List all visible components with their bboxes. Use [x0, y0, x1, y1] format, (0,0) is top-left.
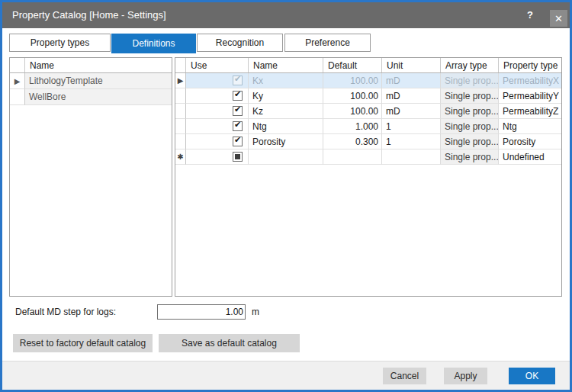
md-step-input[interactable] [157, 304, 246, 320]
help-icon[interactable]: ? [527, 2, 533, 28]
name-column-header: Name [25, 58, 172, 72]
list-item-label[interactable]: WellBore [25, 89, 172, 105]
property-type-cell[interactable]: PermeabilityX [499, 73, 561, 88]
new-table-row[interactable]: ✱ Single prop... Undefined [175, 149, 561, 165]
use-checkbox[interactable] [233, 152, 243, 162]
default-column-header: Default [323, 58, 382, 72]
default-cell[interactable]: 100.00 [323, 104, 382, 119]
use-cell[interactable] [186, 73, 249, 88]
use-cell[interactable] [186, 119, 249, 134]
array-type-column-header: Array type [441, 58, 499, 72]
md-step-unit-label: m [252, 304, 259, 320]
name-cell[interactable]: Porosity [249, 134, 323, 149]
close-icon[interactable]: ✕ [550, 10, 567, 27]
name-cell[interactable] [249, 149, 323, 165]
table-row[interactable]: Kz 100.00 mD Single prop... Permeability… [175, 104, 561, 119]
array-type-cell: Single prop... [441, 104, 499, 119]
titlebar: Property Catalog [Home - Settings] ? ✕ [2, 2, 570, 28]
unit-cell[interactable]: 1 [382, 134, 441, 149]
new-row-asterisk-icon: ✱ [175, 149, 186, 165]
md-step-label: Default MD step for logs: [15, 304, 116, 320]
property-type-cell[interactable]: PermeabilityZ [499, 104, 561, 119]
ok-button[interactable]: OK [509, 368, 555, 384]
table-row[interactable]: Ky 100.00 mD Single prop... Permeability… [175, 88, 561, 104]
unit-cell[interactable]: 1 [382, 119, 441, 134]
row-indicator [10, 89, 25, 105]
row-indicator [175, 104, 186, 119]
use-cell[interactable] [186, 104, 249, 119]
array-type-cell: Single prop... [441, 134, 499, 149]
cancel-button[interactable]: Cancel [383, 368, 426, 384]
use-checkbox[interactable] [233, 121, 243, 131]
name-cell[interactable]: Ntg [249, 119, 323, 134]
use-checkbox[interactable] [233, 91, 243, 101]
array-type-cell: Single prop... [441, 88, 499, 104]
name-cell[interactable]: Kz [249, 104, 323, 119]
property-type-cell[interactable]: Porosity [499, 134, 561, 149]
window-title: Property Catalog [Home - Settings] [12, 2, 166, 28]
default-cell[interactable]: 100.00 [323, 88, 382, 104]
unit-cell[interactable]: mD [382, 73, 441, 88]
default-cell[interactable]: 1.000 [323, 119, 382, 134]
unit-cell[interactable]: mD [382, 88, 441, 104]
use-column-header: Use [186, 58, 249, 72]
current-row-arrow-icon: ▶ [10, 73, 25, 89]
name-cell[interactable]: Kx [249, 73, 323, 88]
property-type-column-header: Property type [499, 58, 561, 72]
dialog-footer: Cancel Apply OK [2, 361, 570, 390]
tab-definitions[interactable]: Definitions [111, 34, 196, 53]
default-cell[interactable]: 0.300 [323, 134, 382, 149]
use-checkbox[interactable] [233, 76, 243, 85]
use-checkbox[interactable] [233, 106, 243, 116]
list-item[interactable]: WellBore [10, 89, 172, 105]
tab-property-types[interactable]: Property types [9, 34, 111, 52]
current-row-arrow-icon: ▶ [175, 73, 186, 88]
array-type-cell: Single prop... [441, 149, 499, 165]
list-item[interactable]: ▶ LithologyTemplate [10, 73, 172, 89]
property-type-cell[interactable]: Ntg [499, 119, 561, 134]
list-item-label[interactable]: LithologyTemplate [25, 73, 172, 89]
unit-cell[interactable] [382, 149, 441, 165]
definitions-grid: Use Name Default Unit Array type Propert… [175, 57, 562, 297]
template-list-header: Name [10, 58, 172, 73]
row-indicator-header [10, 58, 25, 72]
property-catalog-dialog: Property Catalog [Home - Settings] ? ✕ P… [0, 0, 572, 392]
use-cell[interactable] [186, 134, 249, 149]
use-cell[interactable] [186, 149, 249, 165]
table-row[interactable]: Porosity 0.300 1 Single prop... Porosity [175, 134, 561, 149]
row-indicator [175, 134, 186, 149]
table-row[interactable]: ▶ Kx 100.00 mD Single prop... Permeabili… [175, 73, 561, 88]
default-cell[interactable] [323, 149, 382, 165]
save-default-catalog-button[interactable]: Save as default catalog [159, 334, 300, 352]
tab-recognition[interactable]: Recognition [197, 34, 283, 52]
array-type-cell: Single prop... [441, 73, 499, 88]
table-row[interactable]: Ntg 1.000 1 Single prop... Ntg [175, 119, 561, 134]
property-type-cell[interactable]: Undefined [499, 149, 561, 165]
name-cell[interactable]: Ky [249, 88, 323, 104]
reset-factory-catalog-button[interactable]: Reset to factory default catalog [13, 334, 153, 352]
unit-cell[interactable]: mD [382, 104, 441, 119]
apply-button[interactable]: Apply [444, 368, 487, 384]
row-indicator-header [175, 58, 186, 72]
tab-preference[interactable]: Preference [284, 34, 371, 52]
array-type-cell: Single prop... [441, 119, 499, 134]
use-checkbox[interactable] [233, 137, 243, 146]
row-indicator [175, 88, 186, 104]
grid-header: Use Name Default Unit Array type Propert… [175, 58, 561, 73]
use-cell[interactable] [186, 88, 249, 104]
default-cell[interactable]: 100.00 [323, 73, 382, 88]
name-column-header: Name [249, 58, 323, 72]
template-list: Name ▶ LithologyTemplate WellBore [9, 57, 172, 297]
property-type-cell[interactable]: PermeabilityY [499, 88, 561, 104]
unit-column-header: Unit [382, 58, 441, 72]
row-indicator [175, 119, 186, 134]
